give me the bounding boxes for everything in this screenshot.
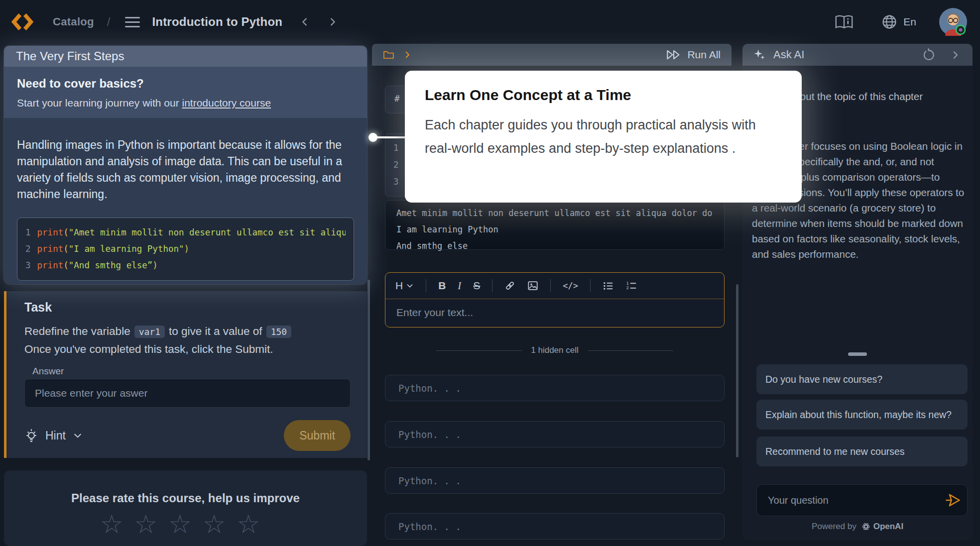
suggested-question[interactable]: Explain about this function, maybe its n…	[756, 400, 968, 430]
notebook-scrollbar[interactable]	[736, 284, 738, 457]
run-all-label: Run All	[687, 49, 721, 61]
task-instruction: Redefine the variable var1 to give it a …	[24, 325, 291, 338]
code-text: print("I am learning Python")	[37, 244, 190, 254]
left-pane-scrollbar[interactable]	[368, 280, 370, 460]
editor-text-input[interactable]: Enter your text...	[385, 299, 724, 326]
suggested-question[interactable]: Recommend to me new courses	[756, 437, 968, 466]
divider-line	[588, 350, 673, 351]
bold-button[interactable]: B	[438, 280, 446, 292]
answer-input[interactable]	[24, 379, 351, 408]
code-text: print("And smthg else”)	[37, 260, 158, 270]
empty-code-cell[interactable]: Python. . .	[385, 375, 725, 401]
tooltip-title: Learn One Concept at a Time	[425, 87, 782, 104]
line-number: 2	[393, 160, 399, 170]
chevron-down-icon	[73, 431, 83, 440]
heading-button[interactable]: H	[395, 280, 414, 292]
user-avatar[interactable]	[939, 8, 967, 36]
next-chapter-icon[interactable]	[327, 16, 338, 27]
heading-label: H	[395, 280, 403, 292]
navbar-right-group: En	[835, 8, 970, 36]
code-text: print("Amet minim mollit non deserunt ul…	[37, 227, 346, 237]
task-actions: Hint Submit	[24, 420, 351, 451]
empty-code-cell[interactable]: Python. . .	[385, 421, 725, 447]
send-icon[interactable]	[945, 493, 961, 508]
course-title: Introduction to Python	[152, 15, 282, 29]
svg-text:1: 1	[626, 281, 629, 285]
basics-text: Start your learning journey with our int…	[17, 97, 354, 109]
sparkles-icon	[752, 48, 766, 62]
language-switcher[interactable]: En	[881, 14, 916, 30]
link-icon[interactable]	[504, 280, 515, 291]
code-line: 3print("And smthg else”)	[25, 257, 346, 274]
hidden-cell-label: 1 hidden cell	[531, 345, 578, 355]
breadcrumb-catalog[interactable]: Catalog	[53, 15, 94, 28]
rating-title: Please rate this course, help us improve	[4, 491, 367, 505]
numbered-list-icon[interactable]: 1 2	[626, 280, 637, 292]
submit-button[interactable]: Submit	[284, 420, 351, 451]
hint-toggle[interactable]: Hint	[24, 428, 83, 443]
question-input[interactable]	[756, 484, 968, 516]
task-text: to give it a value of	[169, 325, 262, 338]
run-all-button[interactable]: Run All	[666, 49, 721, 61]
hidden-cell-expander[interactable]: 1 hidden cell	[385, 345, 725, 355]
theory-code-block[interactable]: 1print("Amet minim mollit non deserunt u…	[17, 218, 354, 281]
prev-chapter-icon[interactable]	[299, 16, 310, 27]
task-instruction-2: Once you've completed this task, click t…	[24, 343, 273, 356]
output-line: I am learning Python	[396, 221, 713, 238]
collapse-panel-icon[interactable]	[950, 50, 961, 60]
line-number: 1	[25, 227, 31, 237]
line-number: 3	[393, 177, 399, 187]
task-panel: Task Redefine the variable var1 to give …	[4, 291, 367, 458]
toolbar-divider	[492, 279, 492, 292]
powered-by-label: Powered by	[812, 522, 857, 532]
star-icon[interactable]: ☆	[134, 509, 169, 539]
refresh-icon[interactable]	[922, 48, 935, 62]
tour-connector-line	[374, 136, 406, 138]
drag-handle[interactable]	[848, 352, 867, 356]
svg-text:2: 2	[626, 286, 629, 290]
line-number: 2	[25, 244, 31, 254]
toolbar-divider	[426, 279, 426, 292]
variable-chip: var1	[134, 326, 165, 338]
top-navbar: Catalog / Introduction to Python	[0, 0, 980, 44]
globe-icon	[881, 14, 897, 30]
basics-text-prefix: Start your learning journey with our	[17, 97, 182, 109]
powered-by: Powered by OpenAI	[742, 522, 973, 532]
expand-chevron-icon[interactable]	[403, 50, 412, 59]
task-text: Redefine the variable	[24, 325, 130, 338]
course-rating-panel: Please rate this course, help us improve…	[4, 470, 367, 546]
folder-icon[interactable]	[383, 49, 395, 60]
suggested-question[interactable]: Do you have new courses?	[756, 364, 968, 394]
star-icon[interactable]: ☆	[237, 509, 271, 539]
rating-stars: ☆☆☆☆☆	[4, 509, 367, 539]
tour-tooltip: Learn One Concept at a Time Each chapter…	[405, 71, 802, 203]
breadcrumb-separator: /	[107, 15, 111, 29]
app-root: Catalog / Introduction to Python	[0, 0, 980, 546]
chapters-menu-icon[interactable]	[125, 17, 140, 27]
empty-code-cell[interactable]: Python. . .	[385, 467, 725, 494]
openai-brand: OpenAI	[861, 522, 903, 532]
code-button[interactable]: </>	[563, 281, 578, 291]
avatar-image-icon	[939, 8, 967, 36]
chevron-down-icon	[406, 282, 414, 290]
output-line: And smthg else	[396, 238, 713, 254]
image-icon[interactable]	[527, 280, 538, 291]
strikethrough-button[interactable]: S	[473, 280, 480, 292]
notebook-toolbar: Run All	[372, 44, 732, 66]
star-icon[interactable]: ☆	[203, 509, 237, 539]
code-line: 1print("Amet minim mollit non deserunt u…	[25, 224, 346, 241]
star-icon[interactable]: ☆	[100, 509, 134, 539]
italic-button[interactable]: I	[458, 280, 461, 292]
brand-logo-icon[interactable]	[11, 10, 34, 33]
lesson-theory-card: The Very First Steps Need to cover basic…	[4, 46, 367, 284]
openai-logo-icon	[861, 522, 871, 532]
value-chip: 150	[266, 326, 292, 338]
task-title: Task	[24, 300, 52, 315]
empty-code-cell[interactable]: Python. . .	[385, 513, 725, 540]
ask-ai-header: Ask AI	[742, 44, 973, 66]
fast-forward-icon	[666, 49, 681, 61]
bullet-list-icon[interactable]	[603, 280, 614, 292]
star-icon[interactable]: ☆	[168, 509, 203, 539]
docs-book-icon[interactable]	[835, 14, 854, 29]
introductory-course-link[interactable]: introductory course	[182, 97, 271, 109]
